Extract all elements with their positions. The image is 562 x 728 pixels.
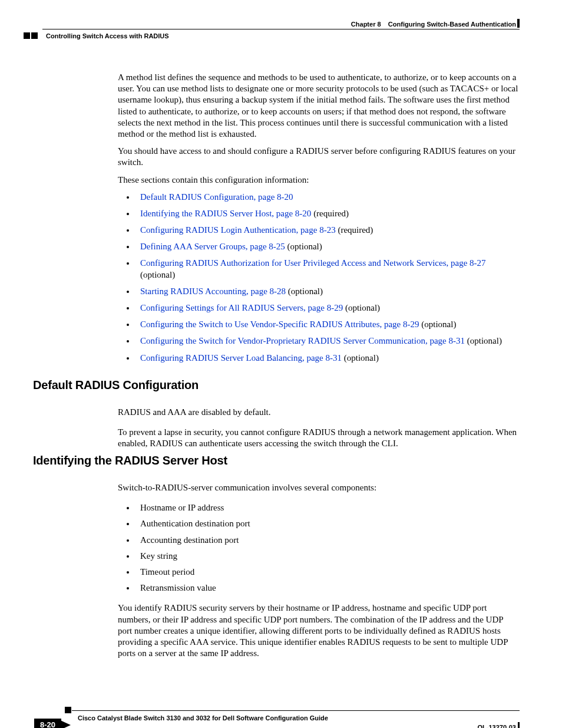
chapter-label: Chapter 8 [351,21,381,28]
list-item: Authentication destination port [135,518,518,529]
list-item: Hostname or IP address [135,502,518,513]
book-title: Cisco Catalyst Blade Switch 3130 and 303… [78,714,328,722]
paragraph: A method list defines the sequence and m… [118,72,518,140]
list-item: Configuring the Switch for Vendor-Propri… [135,335,518,347]
section-body: RADIUS and AAA are disabled by default. … [118,398,518,459]
list-item: Timeout period [135,566,518,578]
list-item: Key string [135,551,518,562]
list-item: Configuring Settings for All RADIUS Serv… [135,302,518,314]
document-id: OL-13270-03 [478,723,516,728]
chapter-title: Configuring Switch-Based Authentication [388,21,516,28]
cross-reference-link[interactable]: Configuring RADIUS Login Authentication,… [140,225,336,235]
list-item: Configuring the Switch to Use Vendor-Spe… [135,319,518,330]
page-number-arrow-icon [57,719,71,728]
list-item: Starting RADIUS Accounting, page 8-28 (o… [135,286,518,297]
footer-decoration-icon [65,707,71,713]
list-item: Identifying the RADIUS Server Host, page… [135,208,518,219]
header-decoration-icon [24,31,39,42]
paragraph: You should have access to and should con… [118,146,518,168]
list-item: Accounting destination port [135,535,518,546]
list-item: Configuring RADIUS Server Load Balancing… [135,353,518,364]
paragraph: You identify RADIUS security servers by … [118,602,518,659]
list-item: Configuring RADIUS Login Authentication,… [135,225,518,236]
list-item: Configuring RADIUS Authorization for Use… [135,258,518,280]
section-heading: Identifying the RADIUS Server Host [33,453,227,469]
section-body: Switch-to-RADIUS-server communication in… [118,473,518,668]
section-heading: Default RADIUS Configuration [33,378,199,393]
section-breadcrumb: Controlling Switch Access with RADIUS [46,32,169,40]
cross-reference-link[interactable]: Defining AAA Server Groups, page 8-25 [140,242,285,251]
cross-reference-link[interactable]: Configuring the Switch for Vendor-Propri… [140,336,465,345]
paragraph: To prevent a lapse in security, you cann… [118,427,518,449]
cross-reference-link[interactable]: Default RADIUS Configuration, page 8-20 [140,192,293,202]
cross-reference-link[interactable]: Identifying the RADIUS Server Host, page… [140,209,311,218]
paragraph: RADIUS and AAA are disabled by default. [118,407,518,418]
cross-reference-link[interactable]: Configuring RADIUS Server Load Balancing… [140,353,342,363]
cross-reference-link[interactable]: Configuring the Switch to Use Vendor-Spe… [140,319,419,329]
cross-reference-link[interactable]: Configuring RADIUS Authorization for Use… [140,258,486,268]
main-content: A method list defines the sequence and m… [118,72,518,369]
cross-reference-link[interactable]: Configuring Settings for All RADIUS Serv… [140,303,343,312]
paragraph: These sections contain this configuratio… [118,174,518,186]
component-list: Hostname or IP address Authentication de… [118,502,518,594]
cross-reference-link[interactable]: Starting RADIUS Accounting, page 8-28 [140,286,286,296]
list-item: Defining AAA Server Groups, page 8-25 (o… [135,241,518,252]
link-list: Default RADIUS Configuration, page 8-20 … [118,192,518,364]
list-item: Retransmission value [135,582,518,594]
list-item: Default RADIUS Configuration, page 8-20 [135,192,518,203]
paragraph: Switch-to-RADIUS-server communication in… [118,482,518,493]
